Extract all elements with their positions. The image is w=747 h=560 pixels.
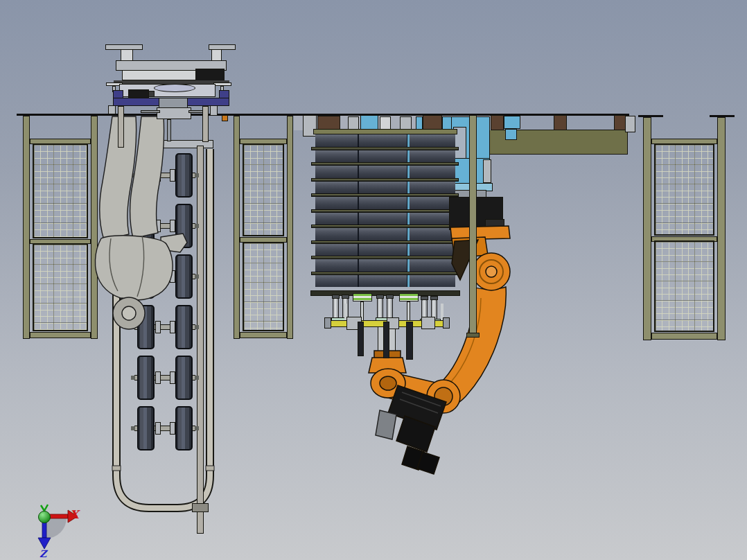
- center-gearbox: [159, 98, 188, 108]
- hanger-post-right: [202, 106, 209, 142]
- bracket-left: [108, 105, 116, 114]
- slide-rod-left: [141, 110, 160, 113]
- cross-slide: [157, 107, 191, 119]
- bracket-right: [210, 105, 218, 116]
- sensor-cube: [222, 115, 228, 121]
- turntable-disc: [154, 84, 195, 92]
- slew-motor-cap: [148, 91, 155, 97]
- hanger-post-left: [118, 106, 124, 148]
- slew-motor: [128, 89, 149, 98]
- cad-viewport[interactable]: X Z: [0, 0, 747, 560]
- gantry-carriage: [0, 0, 747, 560]
